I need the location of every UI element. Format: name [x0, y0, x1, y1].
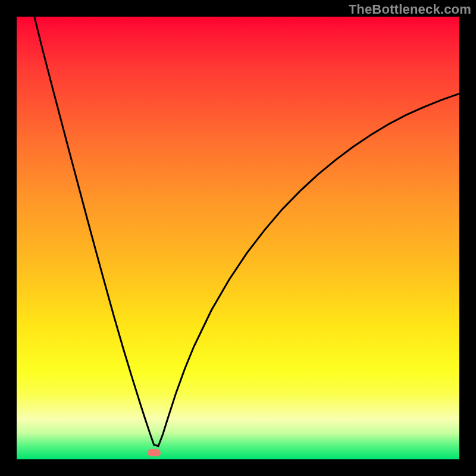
- plot-area: [17, 17, 459, 459]
- curve-line: [35, 17, 459, 446]
- chart-frame: TheBottleneck.com: [0, 0, 476, 476]
- minimum-marker: [148, 449, 161, 456]
- watermark-text: TheBottleneck.com: [349, 2, 471, 17]
- bottleneck-curve: [17, 17, 459, 459]
